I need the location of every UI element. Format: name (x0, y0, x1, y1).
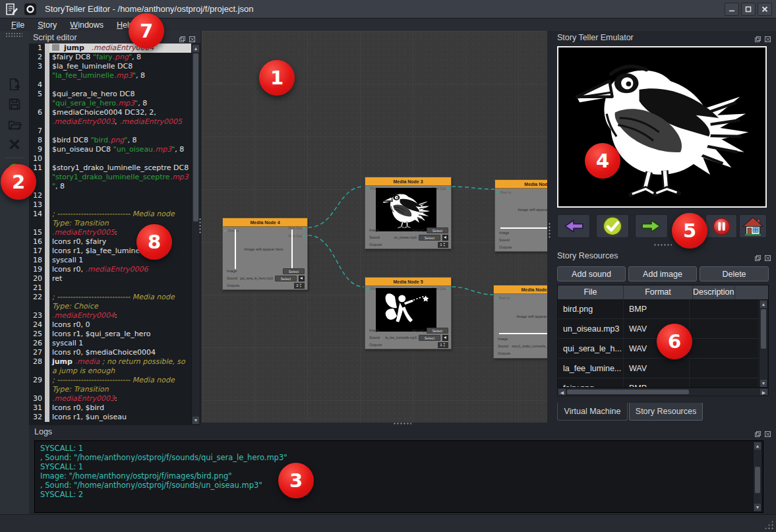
float-panel-icon[interactable] (754, 252, 761, 260)
code-line[interactable]: 27 lcons r0, $mediaChoice0004 (29, 348, 191, 357)
code-text[interactable]: lcons r0, 0 (49, 320, 191, 330)
column-header[interactable]: Format (624, 285, 693, 299)
close-project-icon[interactable] (7, 137, 22, 152)
code-line[interactable]: 32 lcons r1, $un_oiseau (29, 413, 191, 422)
scroll-down-icon[interactable]: ▼ (760, 380, 767, 387)
select-sound-button[interactable]: Select (275, 276, 297, 281)
code-line[interactable]: 7 (29, 127, 191, 136)
outputs-stepper[interactable]: 1▲▼ (438, 242, 448, 248)
media-node-4[interactable]: Media Node 4 Port In Port Out Port Out I… (222, 218, 308, 290)
scroll-up-icon[interactable]: ▲ (193, 45, 199, 52)
code-text[interactable]: jump .media ; no return possible, so a j… (49, 357, 191, 376)
code-text[interactable]: .mediaEntry0004: (49, 311, 191, 320)
code-line[interactable]: 3 $la_fee_luminelle DC8 "la_fee_luminell… (29, 62, 191, 80)
code-text[interactable]: $mediaChoice0004 DC32, 2, .mediaEntry000… (49, 108, 191, 127)
code-text[interactable]: ret (49, 274, 191, 283)
table-vscrollbar[interactable]: ▲ ▼ (759, 299, 768, 388)
code-text[interactable]: $un_oiseau DC8 "un_oiseau.mp3", 8 (49, 145, 191, 154)
code-line[interactable]: 13 (29, 200, 191, 210)
code-text[interactable] (49, 127, 191, 136)
scroll-down-icon[interactable]: ▼ (754, 504, 761, 511)
new-script-icon[interactable] (7, 77, 22, 92)
add-sound-button[interactable]: Add sound (557, 266, 626, 281)
table-hscrollbar[interactable]: ◀ ▶ (557, 388, 769, 396)
float-panel-icon[interactable] (179, 34, 186, 41)
tab-story-resources[interactable]: Story Resources (629, 403, 703, 421)
node-title[interactable]: Media Node (495, 180, 547, 189)
code-text[interactable]: syscall 1 (49, 256, 191, 265)
speaker-icon[interactable] (442, 335, 448, 341)
code-line[interactable]: 2 $fairy DC8 "fairy.png", 8 (29, 53, 191, 62)
select-image-button[interactable]: Select (427, 328, 448, 334)
select-sound-button[interactable]: Select (419, 335, 440, 341)
splitter-handle[interactable] (393, 422, 411, 425)
table-row[interactable]: la_fee_lumine... WAV (558, 359, 768, 378)
delete-button[interactable]: Delete (700, 266, 769, 281)
pause-button[interactable] (705, 214, 737, 238)
code-line[interactable]: 4 (29, 80, 191, 90)
code-line[interactable]: 20 ret (29, 274, 191, 283)
scrollbar-thumb[interactable] (567, 390, 689, 394)
toolbar-drag-handle[interactable] (5, 32, 22, 37)
code-line[interactable]: 6 $mediaChoice0004 DC32, 2, .mediaEntry0… (29, 108, 191, 127)
scrollbar-thumb[interactable] (193, 53, 198, 222)
splitter-handle[interactable] (653, 243, 672, 247)
table-header[interactable]: FileFormatDescription (558, 285, 768, 299)
table-row[interactable]: fairy.png BMP (558, 378, 768, 388)
code-line[interactable]: 22 ; ---------------------------- Media … (29, 293, 191, 311)
save-icon[interactable] (7, 97, 22, 111)
media-node-5[interactable]: Media Node 5 Port In Port Out Image fair… (365, 277, 452, 349)
code-text[interactable]: lcons r0, $bird (49, 403, 191, 413)
code-line[interactable]: 24 lcons r0, 0 (29, 320, 191, 330)
port-in[interactable]: Port In (496, 191, 511, 194)
scroll-left-icon[interactable]: ◀ (558, 389, 566, 395)
code-line[interactable]: 28 jump .media ; no return possible, so … (29, 357, 191, 376)
ok-button[interactable] (596, 214, 629, 238)
code-text[interactable]: lcons r0, $mediaChoice0004 (49, 348, 191, 357)
media-node-6[interactable]: Media Node 6 Port In Image will appear h… (493, 285, 547, 359)
code-line[interactable]: 14 ; ---------------------------- Media … (29, 210, 191, 228)
select-image-button[interactable]: Select (283, 268, 305, 274)
code-text[interactable] (49, 200, 191, 210)
maximize-button[interactable] (741, 3, 756, 16)
code-text[interactable]: lcons r1, $un_oiseau (49, 413, 191, 422)
port-in[interactable]: Port In (495, 296, 510, 300)
scroll-up-icon[interactable]: ▲ (760, 301, 767, 308)
select-sound-button[interactable]: Select (419, 235, 440, 241)
code-line[interactable]: 18 syscall 1 (29, 256, 191, 265)
scrollbar-thumb[interactable] (761, 309, 766, 349)
close-panel-icon[interactable] (764, 252, 771, 260)
code-text[interactable]: jump .mediaEntry0004 (49, 44, 191, 53)
media-node-3[interactable]: Media Node 3 Port In Port Out (365, 177, 452, 249)
logs-output[interactable]: SYSCALL: 1, Sound: "/home/anthony/ostpro… (34, 440, 763, 513)
table-row[interactable]: bird.png BMP (558, 299, 768, 319)
close-panel-icon[interactable] (764, 429, 771, 436)
float-panel-icon[interactable] (754, 429, 761, 436)
code-text[interactable]: syscall 1 (49, 339, 191, 348)
code-text[interactable] (49, 191, 191, 200)
menu-item[interactable]: File (5, 20, 30, 30)
code-line[interactable]: 30 .mediaEntry0003: (29, 394, 191, 403)
code-text[interactable]: ; ---------------------------- Media nod… (49, 210, 191, 228)
tab-virtual-machine[interactable]: Virtual Machine (557, 403, 628, 421)
column-header[interactable]: File (558, 285, 624, 299)
code-line[interactable]: 31 lcons r0, $bird (29, 403, 191, 413)
node-title[interactable]: Media Node 5 (365, 278, 451, 286)
close-button[interactable] (758, 3, 772, 16)
code-text[interactable]: $fairy DC8 "fairy.png", 8 (49, 53, 191, 62)
code-line[interactable]: 8 $bird DC8 "bird.png", 8 (29, 136, 191, 145)
code-line[interactable]: 11 $story1_drako_luminelle_sceptre DC8 "… (29, 163, 191, 191)
window-titlebar[interactable]: StoryTeller Editor - /home/anthony/ostpr… (0, 0, 776, 18)
code-text[interactable]: $qui_sera_le_hero DC8 "qui_sera_le_hero.… (49, 90, 191, 108)
code-text[interactable]: $bird DC8 "bird.png", 8 (49, 136, 191, 145)
code-text[interactable]: $la_fee_luminelle DC8 "la_fee_luminelle.… (49, 62, 191, 80)
scrollbar-thumb[interactable] (755, 467, 760, 493)
node-graph-canvas[interactable]: Media Node 4 Port In Port Out Port Out I… (202, 31, 547, 423)
splitter-handle[interactable] (198, 218, 202, 235)
code-line[interactable]: 12 (29, 191, 191, 200)
resize-grip[interactable] (764, 520, 773, 529)
code-text[interactable]: lcons r1, $qui_sera_le_hero (49, 330, 191, 339)
code-text[interactable] (49, 80, 191, 90)
column-header[interactable]: Description (693, 285, 735, 299)
code-line[interactable]: 23 .mediaEntry0004: (29, 311, 191, 320)
